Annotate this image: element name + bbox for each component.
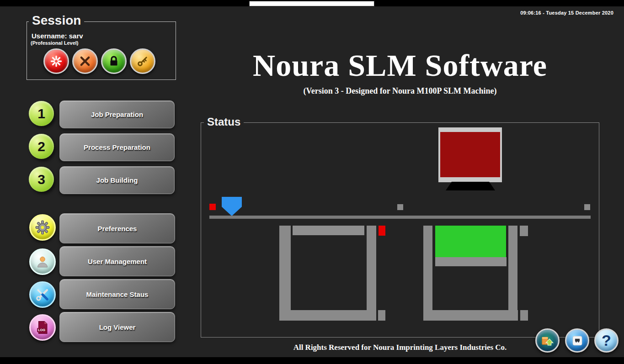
connection-button[interactable] <box>565 328 589 353</box>
build-powder-fill <box>435 226 506 257</box>
job-preparation-button[interactable]: Job Preparation <box>59 100 175 128</box>
process-preparation-label: Process Preparation <box>84 143 150 151</box>
dispenser-stand-graphic <box>446 182 495 190</box>
step-2-badge[interactable]: 2 <box>29 134 54 159</box>
export-button[interactable] <box>535 328 560 353</box>
lock-icon <box>107 54 121 68</box>
step-2-number: 2 <box>37 139 45 154</box>
job-preparation-label: Job Preparation <box>91 111 143 118</box>
user-management-button[interactable]: User Management <box>59 246 175 276</box>
tools-icon <box>35 287 50 302</box>
right-sensor-indicator <box>584 204 590 210</box>
background-window-strip[interactable] <box>249 1 374 6</box>
page-subtitle: (Version 3 - Designed for Noura M100P SL… <box>201 86 599 96</box>
build-cylinder-left-wall <box>423 226 432 321</box>
log-viewer-button[interactable]: Log Viewer <box>59 312 175 342</box>
session-panel-title: Session <box>29 13 84 28</box>
session-username: Username: sarv <box>32 32 83 40</box>
log-icon: LOG <box>35 320 50 335</box>
page-title: Noura SLM Software <box>201 47 599 84</box>
session-close-button[interactable] <box>72 48 98 74</box>
step-3-number: 3 <box>37 172 45 187</box>
job-building-label: Job Building <box>96 176 138 184</box>
process-preparation-button[interactable]: Process Preparation <box>59 133 175 161</box>
clock-text: 09:06:16 - Tuesday 15 December 2020 <box>520 10 613 16</box>
left-alert-indicator <box>209 204 216 210</box>
log-viewer-icon-button[interactable]: LOG <box>29 314 56 341</box>
x-icon <box>78 54 92 68</box>
user-management-icon-button[interactable] <box>29 248 56 275</box>
maintenance-icon-button[interactable] <box>29 281 56 308</box>
starburst-icon <box>49 54 63 68</box>
top-bar <box>0 0 624 6</box>
maintenance-status-label: Maintenance Staus <box>86 290 149 298</box>
session-login-button[interactable] <box>130 48 155 74</box>
build-cylinder-base <box>423 310 518 321</box>
feed-alert-indicator <box>379 226 385 236</box>
build-top-indicator <box>520 226 528 236</box>
gear-icon <box>34 219 51 236</box>
mid-sensor-indicator <box>397 204 403 210</box>
app-window: 09:06:16 - Tuesday 15 December 2020 Sess… <box>0 0 624 364</box>
session-lock-button[interactable] <box>101 48 127 74</box>
step-3-badge[interactable]: 3 <box>29 167 54 192</box>
session-refresh-button[interactable] <box>43 48 69 74</box>
preferences-icon-button[interactable] <box>29 214 56 241</box>
question-mark-icon: ? <box>602 332 611 348</box>
feed-cylinder-base <box>279 310 376 321</box>
dispenser-screen-graphic <box>440 132 500 177</box>
build-cylinder-right-wall <box>508 226 517 321</box>
step-1-badge[interactable]: 1 <box>29 101 54 126</box>
folder-upload-icon <box>540 334 555 348</box>
feed-cylinder-left-wall <box>279 226 291 321</box>
step-1-number: 1 <box>37 106 45 121</box>
feed-bottom-indicator <box>378 310 385 321</box>
user-management-label: User Management <box>88 258 147 265</box>
status-panel: Status <box>201 122 599 338</box>
feed-cylinder-right-wall <box>367 226 376 321</box>
build-bottom-indicator <box>520 310 528 321</box>
job-building-button[interactable]: Job Building <box>59 166 175 194</box>
maintenance-status-button[interactable]: Maintenance Staus <box>59 279 175 309</box>
session-panel: Session Username: sarv (Professional Lev… <box>27 21 176 80</box>
user-icon <box>35 254 50 269</box>
status-panel-title: Status <box>204 116 244 128</box>
log-icon-text: LOG <box>38 328 45 332</box>
build-piston-plate <box>435 257 507 266</box>
preferences-button[interactable]: Preferences <box>59 213 175 243</box>
preferences-label: Preferences <box>98 225 137 232</box>
session-level: (Professional Level) <box>31 40 79 46</box>
help-button[interactable]: ? <box>594 328 619 353</box>
key-icon <box>136 54 149 68</box>
feed-piston-plate <box>293 226 364 235</box>
build-plane-graphic <box>209 216 591 219</box>
bottom-bar <box>0 357 624 364</box>
log-viewer-label: Log Viewer <box>99 323 136 331</box>
plug-icon <box>570 333 585 348</box>
